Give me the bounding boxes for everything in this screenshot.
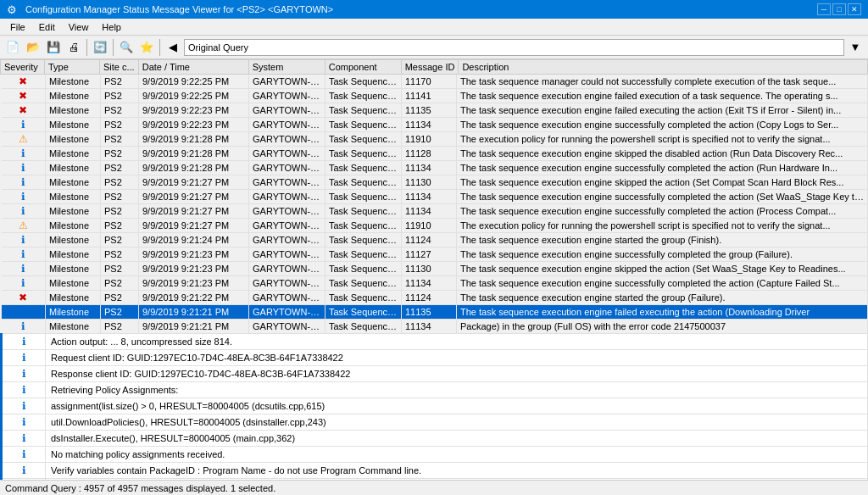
cell-date: 9/9/2019 9:21:28 PM	[139, 161, 249, 175]
cell-system: GARYTOWN-PC07	[249, 320, 326, 334]
info-icon: ℹ	[21, 162, 25, 174]
table-row[interactable]: ✖ Milestone PS2 9/9/2019 9:22:25 PM GARY…	[2, 89, 868, 103]
table-row[interactable]: ℹ Milestone PS2 9/9/2019 9:21:27 PM GARY…	[2, 190, 868, 204]
cell-component: Task Sequence ...	[326, 233, 402, 248]
error-icon: ✖	[19, 104, 27, 116]
cell-severity: ℹ	[2, 262, 46, 276]
cell-severity: ✖	[2, 75, 46, 89]
cell-severity: ℹ	[2, 161, 46, 175]
table-row[interactable]: ℹ Milestone PS2 9/9/2019 9:21:21 PM GARY…	[2, 305, 868, 320]
table-row[interactable]: ℹ Milestone PS2 9/9/2019 9:21:27 PM GARY…	[2, 204, 868, 219]
cell-component: Task Sequence ...	[326, 248, 402, 262]
table-row[interactable]: ℹ Milestone PS2 9/9/2019 9:22:23 PM GARY…	[2, 118, 868, 132]
cell-msgid: 11910	[402, 132, 457, 147]
star-button[interactable]: ⭐	[137, 38, 156, 57]
table-row[interactable]: ℹ Milestone PS2 9/9/2019 9:21:28 PM GARY…	[2, 147, 868, 161]
cell-msgid: 11134	[402, 118, 457, 132]
cell-component: Task Sequence ...	[326, 190, 402, 204]
table-row[interactable]: ℹ Milestone PS2 9/9/2019 9:21:21 PM GARY…	[2, 320, 868, 334]
minimize-button[interactable]: ─	[817, 3, 831, 15]
table-row[interactable]: ℹ No matching policy assignments receive…	[2, 447, 868, 463]
table-row[interactable]: ✖ Milestone PS2 9/9/2019 9:22:25 PM GARY…	[2, 75, 868, 89]
col-header-component[interactable]: Component	[325, 60, 401, 75]
new-button[interactable]: 📄	[3, 38, 22, 57]
cell-component: Task Sequence ...	[326, 276, 402, 291]
cell-type: Milestone	[46, 262, 101, 276]
cell-severity: ℹ	[2, 118, 46, 132]
col-header-desc[interactable]: Description	[459, 60, 868, 75]
cell-desc: The task sequence execution engine succe…	[457, 204, 868, 219]
cell-type: Milestone	[46, 190, 101, 204]
table-row[interactable]: ℹ Milestone PS2 9/9/2019 9:21:23 PM GARY…	[2, 276, 868, 291]
table-row[interactable]: ℹ Milestone PS2 9/9/2019 9:21:28 PM GARY…	[2, 161, 868, 175]
cell-desc: The task sequence execution engine skipp…	[457, 262, 868, 276]
detail-desc: Request client ID: GUID:1297EC10-7D4C-48…	[46, 350, 868, 366]
table-row[interactable]: ℹ Action output: ... 8, uncompressed siz…	[2, 334, 868, 350]
cell-type: Milestone	[46, 305, 101, 320]
col-header-msgid[interactable]: Message ID	[401, 60, 459, 75]
toolbar: 📄 📂 💾 🖨 🔄 🔍 ⭐ ◀ ▼	[0, 36, 868, 59]
table-scroll[interactable]: ✖ Milestone PS2 9/9/2019 9:22:25 PM GARY…	[0, 75, 868, 480]
table-row[interactable]: ℹ assignment(list.size() > 0, HRESULT=80…	[2, 398, 868, 414]
table-row[interactable]: ℹ Verify variables are consecutive and s…	[2, 479, 868, 481]
col-header-type[interactable]: Type	[45, 60, 100, 75]
cell-desc: The task sequence execution engine succe…	[457, 190, 868, 204]
cell-msgid: 11130	[402, 262, 457, 276]
table-row[interactable]: ℹ Retrieving Policy Assignments:	[2, 382, 868, 398]
cell-severity: ✖	[2, 291, 46, 305]
cell-date: 9/9/2019 9:21:22 PM	[139, 291, 249, 305]
back-button[interactable]: ◀	[164, 38, 182, 57]
open-button[interactable]: 📂	[24, 38, 42, 57]
query-dropdown[interactable]: ▼	[846, 38, 865, 57]
cell-date: 9/9/2019 9:21:27 PM	[139, 175, 249, 190]
cell-severity: ✖	[2, 89, 46, 103]
window-title: Configuration Manager Status Message Vie…	[25, 4, 333, 14]
query-input[interactable]	[184, 39, 844, 56]
info-icon: ℹ	[22, 368, 26, 380]
cell-site: PS2	[101, 248, 139, 262]
cell-severity: ℹ	[2, 320, 46, 334]
toolbar-sep3	[159, 39, 160, 56]
table-row[interactable]: ⚠ Milestone PS2 9/9/2019 9:21:27 PM GARY…	[2, 219, 868, 233]
menu-edit[interactable]: Edit	[32, 19, 62, 35]
refresh-button[interactable]: 🔄	[91, 38, 109, 57]
cell-desc: The task sequence execution engine succe…	[457, 161, 868, 175]
filter-button[interactable]: 🔍	[117, 38, 136, 57]
detail-desc: Action output: ... 8, uncompressed size …	[46, 334, 868, 350]
col-header-system[interactable]: System	[248, 60, 325, 75]
cell-desc: The execution policy for running the pow…	[457, 132, 868, 147]
table-row[interactable]: ℹ Verify variables contain PackageID : P…	[2, 463, 868, 479]
cell-site: PS2	[101, 233, 139, 248]
cell-type: Milestone	[46, 161, 101, 175]
table-row[interactable]: ℹ Milestone PS2 9/9/2019 9:21:23 PM GARY…	[2, 262, 868, 276]
table-row[interactable]: ℹ Milestone PS2 9/9/2019 9:21:27 PM GARY…	[2, 175, 868, 190]
cell-type: Milestone	[46, 219, 101, 233]
detail-desc: Retrieving Policy Assignments:	[46, 382, 868, 398]
table-row[interactable]: ⚠ Milestone PS2 9/9/2019 9:21:28 PM GARY…	[2, 132, 868, 147]
menu-view[interactable]: View	[62, 19, 96, 35]
table-row[interactable]: ℹ Request client ID: GUID:1297EC10-7D4C-…	[2, 350, 868, 366]
col-header-site[interactable]: Site c...	[100, 60, 139, 75]
save-button[interactable]: 💾	[44, 38, 63, 57]
table-row[interactable]: ℹ util.DownloadPolicies(), HRESULT=80004…	[2, 414, 868, 431]
menu-help[interactable]: Help	[95, 19, 128, 35]
table-row[interactable]: ✖ Milestone PS2 9/9/2019 9:22:23 PM GARY…	[2, 103, 868, 118]
cell-system: GARYTOWN-PC07	[249, 75, 326, 89]
table-row[interactable]: ℹ Milestone PS2 9/9/2019 9:21:23 PM GARY…	[2, 248, 868, 262]
maximize-button[interactable]: □	[832, 3, 846, 15]
col-header-severity[interactable]: Severity	[1, 60, 45, 75]
table-row[interactable]: ✖ Milestone PS2 9/9/2019 9:21:22 PM GARY…	[2, 291, 868, 305]
detail-severity: ℹ	[2, 431, 46, 447]
print-button[interactable]: 🖨	[64, 38, 83, 57]
table-header: Severity Type Site c... Date / Time Syst…	[1, 60, 868, 75]
cell-component: Task Sequence ...	[326, 305, 402, 320]
col-header-date[interactable]: Date / Time	[138, 60, 248, 75]
table-row[interactable]: ℹ dsInstaller.Execute(), HRESULT=8000400…	[2, 431, 868, 447]
menu-file[interactable]: File	[3, 19, 32, 35]
table-row[interactable]: ℹ Response client ID: GUID:1297EC10-7D4C…	[2, 366, 868, 382]
cell-component: Task Sequence ...	[326, 291, 402, 305]
close-button[interactable]: ✕	[848, 3, 861, 15]
info-icon: ℹ	[21, 277, 25, 289]
table-row[interactable]: ℹ Milestone PS2 9/9/2019 9:21:24 PM GARY…	[2, 233, 868, 248]
detail-desc: util.DownloadPolicies(), HRESULT=8000400…	[46, 414, 868, 431]
